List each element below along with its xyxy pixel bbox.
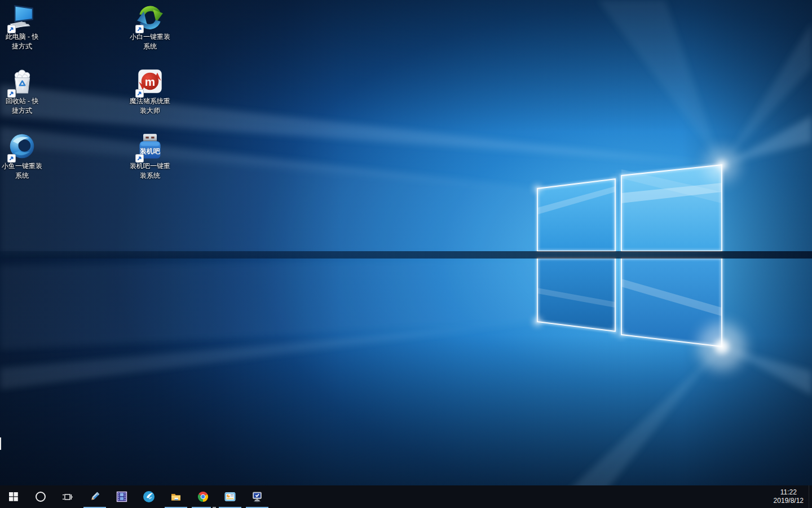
shortcut-arrow-icon — [135, 25, 144, 33]
computer-check-icon — [251, 491, 263, 502]
taskbar: 11:22 2019/8/12 — [0, 485, 812, 508]
icon-label: 此电脑 - 快 捷方式 — [6, 32, 39, 51]
icon-label: 装机吧一键重 装系统 — [130, 161, 170, 181]
wallpaper-horizon-band — [0, 251, 812, 259]
desktop-icon-zhuangjiba-reinstall[interactable]: 装机吧 装机吧一键重 装系统 — [123, 133, 177, 181]
search-icon — [36, 492, 46, 502]
task-view-icon — [63, 492, 73, 502]
pinned-drawing-tool-button[interactable] — [81, 485, 108, 508]
windows-logo — [533, 148, 745, 370]
icon-label: 回收站 - 快 捷方式 — [6, 97, 39, 116]
pencil-icon — [89, 491, 100, 502]
pinned-file-explorer-button[interactable] — [162, 485, 189, 508]
svg-text:m: m — [145, 75, 155, 88]
wing-icon — [143, 491, 155, 503]
icon-label: 小鱼一键重装 系统 — [2, 161, 42, 181]
task-view-button[interactable] — [54, 485, 81, 508]
shortcut-arrow-icon — [7, 154, 16, 163]
system-info-card-icon — [224, 491, 236, 502]
pinned-system-info-button[interactable] — [217, 485, 244, 508]
pinned-video-player-button[interactable] — [108, 485, 135, 508]
desktop-icon-xiaobai-reinstall[interactable]: 小白一键重装 系统 — [123, 3, 177, 51]
desktop-icon-this-pc[interactable]: 此电脑 - 快 捷方式 — [0, 3, 49, 51]
desktop: 此电脑 - 快 捷方式 — [0, 0, 812, 508]
desktop-icon-recycle-bin[interactable]: 回收站 - 快 捷方式 — [0, 68, 49, 116]
windows-logo-icon — [9, 492, 18, 501]
show-desktop-button[interactable] — [809, 485, 812, 508]
shortcut-arrow-icon — [7, 89, 16, 98]
system-tray: 11:22 2019/8/12 — [770, 485, 812, 508]
tray-date: 2019/8/12 — [774, 497, 804, 505]
desktop-icon-mofazhu-reinstall[interactable]: m 魔法猪系统重 装大师 — [123, 68, 177, 116]
tray-time: 11:22 — [780, 488, 797, 497]
tray-clock[interactable]: 11:22 2019/8/12 — [770, 485, 809, 508]
shortcut-arrow-icon — [135, 154, 144, 163]
screen-edge-artifact — [0, 437, 1, 450]
pinned-messaging-app-button[interactable] — [135, 485, 162, 508]
shortcut-arrow-icon — [135, 89, 144, 98]
icon-label: 小白一键重装 系统 — [130, 32, 170, 51]
icon-label: 魔法猪系统重 装大师 — [130, 97, 170, 116]
pinned-chrome-button[interactable] — [189, 485, 217, 508]
chrome-icon — [197, 491, 209, 502]
start-button[interactable] — [0, 485, 27, 508]
shortcut-arrow-icon — [7, 25, 16, 33]
folder-icon — [170, 491, 182, 502]
desktop-icon-xiaoyu-reinstall[interactable]: 小鱼一键重装 系统 — [0, 133, 49, 181]
search-button[interactable] — [27, 485, 54, 508]
film-strip-icon — [116, 491, 127, 502]
pinned-pc-tool-button[interactable] — [244, 485, 271, 508]
